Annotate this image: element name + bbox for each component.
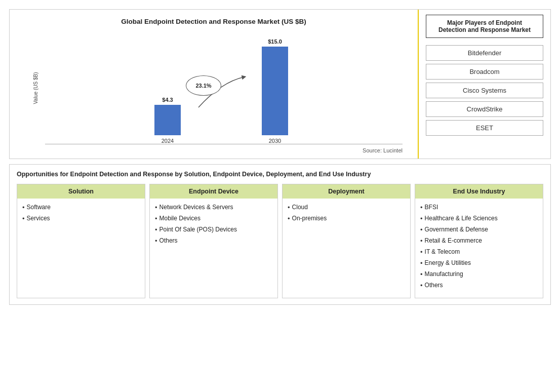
category-endpoint-device: Endpoint Device • Network Devices & Serv…	[149, 184, 278, 298]
bullet-icon: •	[155, 204, 157, 211]
bullet-icon: •	[155, 237, 157, 245]
list-item: • Retail & E-commerce	[420, 237, 539, 245]
opportunities-title: Opportunities for Endpoint Detection and…	[17, 171, 543, 178]
bullet-icon: •	[420, 270, 423, 278]
list-item: • Software	[22, 204, 141, 211]
top-section: Global Endpoint Detection and Response M…	[9, 9, 551, 159]
category-body-deployment: • Cloud • On-premises	[283, 199, 410, 298]
cagr-bubble: 23.1%	[186, 75, 221, 96]
list-item: • BFSI	[420, 204, 539, 211]
list-item: • Others	[155, 237, 273, 245]
bullet-icon: •	[420, 215, 423, 222]
bullet-icon: •	[22, 215, 25, 222]
bullet-icon: •	[420, 226, 423, 233]
category-header-endpoint: Endpoint Device	[150, 184, 277, 199]
list-item: • Services	[22, 215, 141, 222]
bars-wrapper: $4.3 2024	[45, 48, 397, 144]
players-panel: Major Players of Endpoint Detection and …	[419, 10, 550, 159]
chart-area: Global Endpoint Detection and Response M…	[10, 10, 419, 159]
bar-value-2024: $4.3	[162, 97, 173, 103]
player-item-2: Cisco Systems	[426, 83, 543, 98]
player-item-4: ESET	[426, 120, 543, 136]
player-item-3: CrowdStrike	[426, 101, 543, 117]
cagr-value: 23.1%	[195, 83, 211, 89]
list-item: • IT & Telecom	[420, 248, 539, 256]
players-title: Major Players of Endpoint Detection and …	[426, 15, 543, 38]
category-header-solution: Solution	[17, 184, 145, 199]
bar-group-2030: $15.0 2030	[262, 38, 288, 144]
bullet-icon: •	[420, 204, 423, 211]
list-item: • Network Devices & Servers	[155, 204, 273, 211]
category-body-solution: • Software • Services	[17, 199, 145, 298]
bar-group-2024: $4.3 2024	[154, 97, 181, 144]
list-item: • Others	[420, 282, 539, 289]
list-item: • Point Of Sale (POS) Devices	[155, 226, 273, 233]
list-item: • Energy & Utilities	[420, 259, 539, 267]
category-end-use: End Use Industry • BFSI • Healthcare & L…	[415, 184, 543, 298]
bullet-icon: •	[420, 248, 423, 256]
bullet-icon: •	[420, 282, 423, 289]
list-item: • Cloud	[288, 204, 406, 211]
list-item: • Mobile Devices	[155, 215, 273, 222]
category-solution: Solution • Software • Services	[17, 184, 145, 298]
bullet-icon: •	[22, 204, 25, 211]
category-body-endpoint: • Network Devices & Servers • Mobile Dev…	[150, 199, 277, 298]
bar-value-2030: $15.0	[268, 38, 282, 45]
category-header-deployment: Deployment	[283, 184, 410, 199]
y-axis-label: Value (US $B)	[33, 72, 38, 104]
bullet-icon: •	[420, 259, 423, 267]
list-item: • Manufacturing	[420, 270, 539, 278]
bullet-icon: •	[155, 215, 157, 222]
bar-label-2024: 2024	[162, 138, 174, 144]
list-item: • Healthcare & Life Sciences	[420, 215, 539, 222]
x-axis-line	[45, 144, 403, 144]
bullet-icon: •	[288, 215, 290, 222]
bar-2030	[262, 47, 288, 135]
category-deployment: Deployment • Cloud • On-premises	[282, 184, 411, 298]
bullet-icon: •	[155, 226, 157, 233]
player-item-0: Bitdefender	[426, 45, 543, 61]
player-item-1: Broadcom	[426, 64, 543, 80]
category-header-end-use: End Use Industry	[415, 184, 543, 199]
bullet-icon: •	[288, 204, 290, 211]
bottom-section: Opportunities for Endpoint Detection and…	[9, 164, 551, 305]
list-item: • On-premises	[288, 215, 406, 222]
source-text: Source: Lucintel	[20, 147, 408, 153]
chart-title: Global Endpoint Detection and Response M…	[20, 18, 408, 25]
category-body-end-use: • BFSI • Healthcare & Life Sciences • Go…	[415, 199, 543, 298]
list-item: • Government & Defense	[420, 226, 539, 233]
categories-row: Solution • Software • Services Endpoint …	[17, 184, 543, 298]
chart-container: Value (US $B) $4.3 2024	[20, 32, 408, 144]
bar-2024	[154, 105, 181, 135]
bullet-icon: •	[420, 237, 423, 245]
bar-label-2030: 2030	[269, 138, 281, 144]
